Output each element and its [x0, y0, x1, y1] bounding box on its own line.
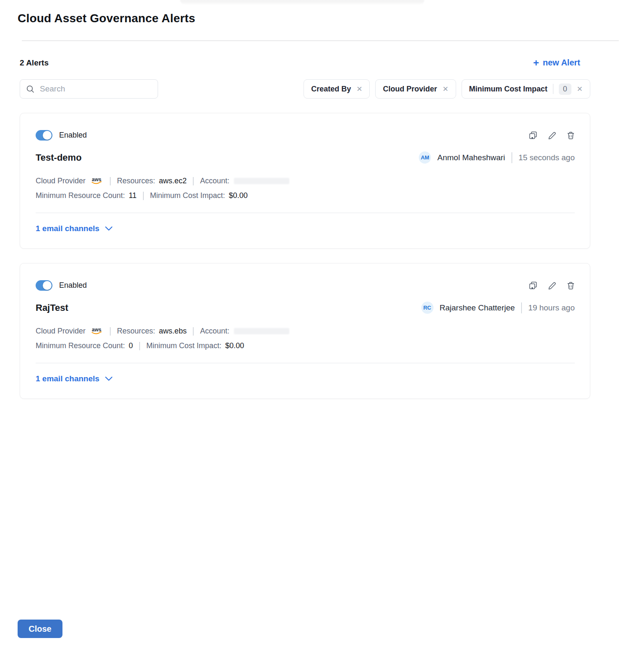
meta-separator — [139, 342, 140, 350]
aws-logo-icon: aws — [90, 176, 104, 186]
cloud-provider-label: Cloud Provider — [36, 177, 86, 185]
account-label: Account: — [200, 327, 229, 336]
min-resource-count-value: 0 — [129, 341, 133, 350]
chip-label: Created By — [311, 85, 351, 94]
duplicate-icon[interactable] — [529, 131, 537, 140]
creator-name: Anmol Maheshwari — [437, 153, 505, 162]
alert-card: Enabled — [20, 113, 590, 249]
meta-separator — [110, 327, 111, 336]
account-value-redacted — [234, 328, 289, 334]
card-actions — [529, 131, 575, 140]
enabled-toggle-group: Enabled — [36, 280, 87, 291]
email-channels-label: 1 email channels — [36, 224, 99, 233]
updated-timestamp: 15 seconds ago — [519, 153, 575, 162]
email-channels-toggle[interactable]: 1 email channels — [36, 224, 113, 233]
chip-value-badge: 0 — [559, 83, 571, 95]
meta-separator — [193, 177, 194, 185]
filter-row: Created By ✕ Cloud Provider ✕ Minimum Co… — [20, 79, 590, 99]
alerts-panel: 2 Alerts + new Alert Created By ✕ Cloud … — [20, 58, 590, 399]
card-actions — [529, 281, 575, 290]
meta-row-thresholds: Minimum Resource Count: 11 Minimum Cost … — [36, 191, 575, 200]
search-icon — [26, 85, 35, 94]
chevron-down-icon — [105, 376, 113, 381]
duplicate-icon[interactable] — [529, 281, 537, 290]
alerts-count: 2 Alerts — [20, 58, 49, 68]
new-alert-label: new Alert — [543, 58, 580, 68]
resources-value: aws.ebs — [159, 327, 187, 336]
account-value-redacted — [234, 178, 289, 184]
account-label: Account: — [200, 177, 229, 185]
meta-row-thresholds: Minimum Resource Count: 0 Minimum Cost I… — [36, 341, 575, 350]
enabled-toggle-group: Enabled — [36, 130, 87, 141]
divider — [521, 302, 522, 313]
search-box[interactable] — [20, 79, 158, 99]
chip-divider — [553, 84, 553, 94]
new-alert-button[interactable]: + new Alert — [533, 58, 580, 68]
cloud-provider-label: Cloud Provider — [36, 327, 86, 336]
chip-close-icon[interactable]: ✕ — [442, 86, 448, 93]
avatar: AM — [419, 151, 431, 164]
chip-label: Minimum Cost Impact — [469, 85, 548, 94]
chip-close-icon[interactable]: ✕ — [577, 86, 583, 93]
creator-name: Rajarshee Chatterjee — [440, 303, 515, 313]
min-cost-impact-value: $0.00 — [225, 341, 244, 350]
filter-chip-created-by[interactable]: Created By ✕ — [304, 79, 370, 99]
enabled-label: Enabled — [59, 281, 87, 290]
alert-name: Test-demo — [36, 152, 82, 163]
chevron-down-icon — [105, 226, 113, 231]
min-resource-count-label: Minimum Resource Count: — [36, 191, 125, 200]
page-title: Cloud Asset Governance Alerts — [18, 12, 628, 25]
resources-label: Resources: — [117, 327, 155, 336]
close-button[interactable]: Close — [18, 620, 62, 638]
filter-chip-min-cost-impact[interactable]: Minimum Cost Impact 0 ✕ — [462, 79, 590, 99]
search-input[interactable] — [40, 84, 152, 94]
alert-card: Enabled — [20, 263, 590, 399]
resources-label: Resources: — [117, 177, 155, 185]
plus-icon: + — [533, 59, 539, 67]
card-footer: 1 email channels — [36, 363, 575, 399]
min-cost-impact-label: Minimum Cost Impact: — [146, 341, 221, 350]
edit-icon[interactable] — [548, 131, 556, 140]
divider — [511, 152, 512, 163]
creator-group: RC Rajarshee Chatterjee 19 hours ago — [421, 302, 575, 314]
toolbar-row: 2 Alerts + new Alert — [20, 58, 590, 68]
card-header-row: Enabled — [36, 130, 575, 141]
toggle-knob — [43, 131, 52, 140]
delete-icon[interactable] — [567, 281, 575, 290]
alert-name: RajTest — [36, 302, 68, 313]
enabled-label: Enabled — [59, 131, 87, 140]
meta-row-provider: Cloud Provider aws Resources: aws.ec2 Ac… — [36, 176, 575, 186]
avatar: RC — [421, 302, 433, 314]
aws-logo-text: aws — [92, 327, 101, 333]
min-cost-impact-value: $0.00 — [229, 191, 248, 200]
meta-row-provider: Cloud Provider aws Resources: aws.ebs Ac… — [36, 326, 575, 336]
enabled-toggle[interactable] — [36, 280, 52, 291]
card-title-row: Test-demo AM Anmol Maheshwari 15 seconds… — [36, 151, 575, 164]
resources-value: aws.ec2 — [159, 177, 187, 185]
edit-icon[interactable] — [548, 281, 556, 290]
filter-chips: Created By ✕ Cloud Provider ✕ Minimum Co… — [304, 79, 590, 99]
aws-logo-icon: aws — [90, 326, 104, 336]
top-edge-artifact — [180, 0, 424, 5]
delete-icon[interactable] — [567, 131, 575, 140]
aws-logo-text: aws — [92, 177, 101, 182]
card-title-row: RajTest RC Rajarshee Chatterjee 19 hours… — [36, 302, 575, 314]
chip-label: Cloud Provider — [383, 85, 437, 94]
min-cost-impact-label: Minimum Cost Impact: — [150, 191, 225, 200]
updated-timestamp: 19 hours ago — [528, 303, 575, 313]
meta-separator — [193, 327, 194, 336]
card-header-row: Enabled — [36, 280, 575, 291]
chip-close-icon[interactable]: ✕ — [356, 86, 362, 93]
email-channels-label: 1 email channels — [36, 374, 99, 383]
email-channels-toggle[interactable]: 1 email channels — [36, 374, 113, 383]
filter-chip-cloud-provider[interactable]: Cloud Provider ✕ — [375, 79, 456, 99]
min-resource-count-label: Minimum Resource Count: — [36, 341, 125, 350]
creator-group: AM Anmol Maheshwari 15 seconds ago — [419, 151, 575, 164]
meta-separator — [110, 177, 111, 185]
enabled-toggle[interactable] — [36, 130, 52, 141]
min-resource-count-value: 11 — [129, 191, 137, 200]
header-divider — [22, 40, 619, 41]
meta-separator — [143, 192, 144, 200]
card-footer: 1 email channels — [36, 213, 575, 248]
toggle-knob — [43, 281, 52, 290]
